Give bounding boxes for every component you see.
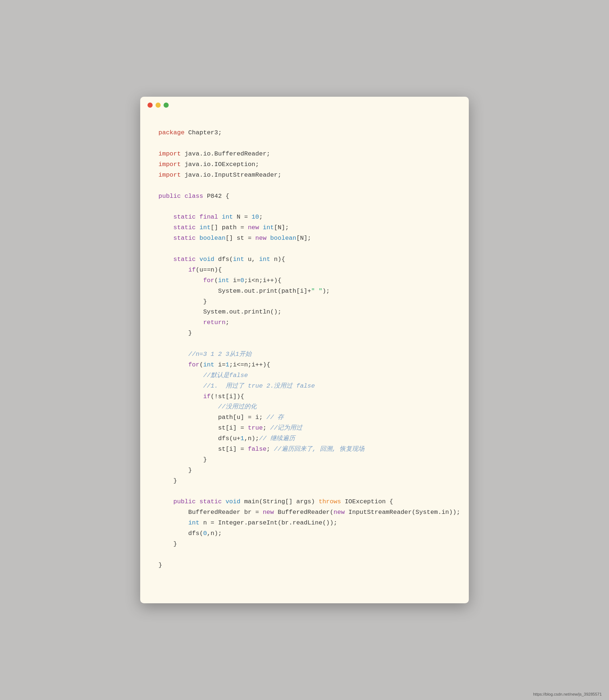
titlebar <box>140 97 469 114</box>
minimize-button[interactable] <box>156 103 161 108</box>
code-content: package Chapter3; import java.io.Buffere… <box>140 114 469 588</box>
close-button[interactable] <box>148 103 153 108</box>
url-bar: https://blog.csdn.net/new/js_39285571 <box>533 692 602 696</box>
code-window: package Chapter3; import java.io.Buffere… <box>140 97 469 603</box>
maximize-button[interactable] <box>164 103 169 108</box>
